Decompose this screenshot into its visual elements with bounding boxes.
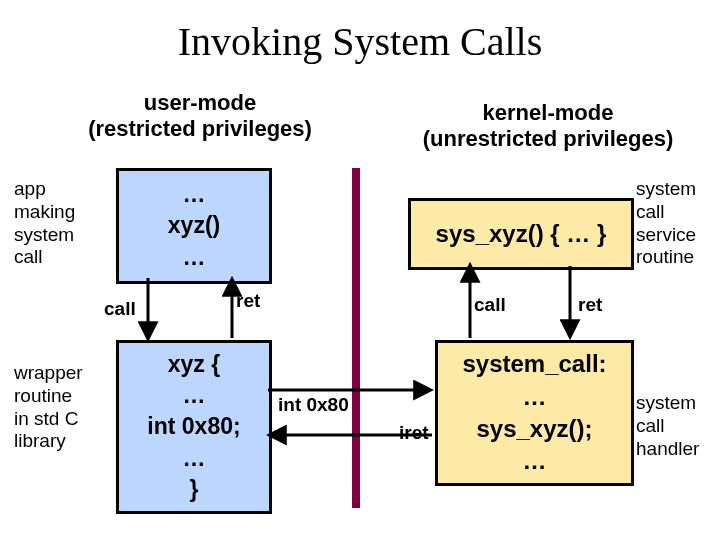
slide-title: Invoking System Calls bbox=[0, 18, 720, 65]
handler-code-text: system_call: … sys_xyz(); … bbox=[462, 348, 606, 478]
service-code-text: sys_xyz() { … } bbox=[436, 218, 607, 250]
service-label: system call service routine bbox=[636, 178, 696, 269]
app-label: app making system call bbox=[14, 178, 75, 269]
int0x80-label: int 0x80 bbox=[278, 394, 349, 416]
app-code-box: … xyz() … bbox=[116, 168, 272, 284]
service-code-box: sys_xyz() { … } bbox=[408, 198, 634, 270]
handler-code-box: system_call: … sys_xyz(); … bbox=[435, 340, 634, 486]
wrapper-code-box: xyz { … int 0x80; … } bbox=[116, 340, 272, 514]
ret-left-label: ret bbox=[236, 290, 260, 312]
wrapper-code-text: xyz { … int 0x80; … } bbox=[147, 349, 240, 504]
mode-boundary-line bbox=[352, 168, 360, 508]
call-right-label: call bbox=[474, 294, 506, 316]
ret-right-label: ret bbox=[578, 294, 602, 316]
wrapper-label: wrapper routine in std C library bbox=[14, 362, 83, 453]
handler-label: system call handler bbox=[636, 392, 699, 460]
app-code-text: … xyz() … bbox=[168, 179, 220, 272]
call-left-label: call bbox=[104, 298, 136, 320]
kernel-mode-header: kernel-mode (unrestricted privileges) bbox=[398, 100, 698, 153]
slide-root: Invoking System Calls user-mode (restric… bbox=[0, 0, 720, 540]
user-mode-header: user-mode (restricted privileges) bbox=[70, 90, 330, 143]
iret-label: iret bbox=[399, 422, 429, 444]
